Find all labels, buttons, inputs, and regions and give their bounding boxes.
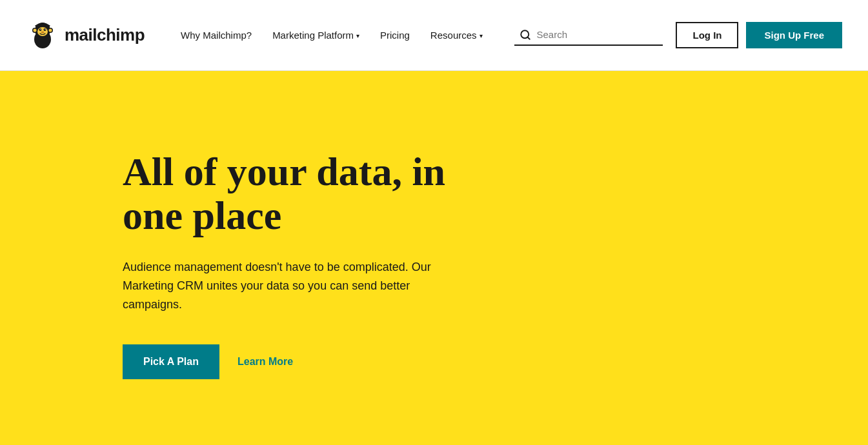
- nav-links: Why Mailchimp? Marketing Platform ▾ Pric…: [170, 23, 514, 47]
- learn-more-link[interactable]: Learn More: [237, 356, 293, 368]
- login-button[interactable]: Log In: [676, 22, 738, 48]
- nav-why-mailchimp[interactable]: Why Mailchimp?: [170, 23, 262, 47]
- chevron-down-icon: ▾: [356, 32, 359, 39]
- search-icon: [520, 29, 531, 41]
- svg-point-3: [39, 28, 42, 31]
- search-input[interactable]: [536, 29, 658, 40]
- hero-actions: Pick A Plan Learn More: [123, 344, 868, 379]
- svg-point-4: [44, 28, 46, 31]
- logo-icon: [26, 19, 59, 52]
- svg-line-13: [528, 37, 530, 39]
- hero-section: All of your data, in one place Audience …: [0, 71, 868, 445]
- svg-point-10: [34, 28, 37, 32]
- signup-button[interactable]: Sign Up Free: [746, 22, 842, 48]
- logo-link[interactable]: mailchimp: [26, 19, 145, 52]
- svg-point-7: [41, 31, 45, 33]
- hero-description: Audience management doesn't have to be c…: [123, 258, 432, 313]
- nav-actions: Log In Sign Up Free: [676, 22, 842, 48]
- svg-point-5: [40, 28, 41, 29]
- logo-wordmark: mailchimp: [65, 25, 145, 45]
- chevron-down-icon-resources: ▾: [479, 32, 483, 39]
- nav-marketing-platform[interactable]: Marketing Platform ▾: [262, 23, 370, 47]
- svg-point-6: [45, 28, 45, 29]
- nav-resources[interactable]: Resources ▾: [420, 23, 493, 47]
- pick-plan-button[interactable]: Pick A Plan: [123, 344, 219, 379]
- hero-title: All of your data, in one place: [123, 150, 458, 237]
- svg-point-11: [49, 28, 52, 32]
- navbar: mailchimp Why Mailchimp? Marketing Platf…: [0, 0, 868, 71]
- search-area: [514, 25, 663, 46]
- nav-pricing[interactable]: Pricing: [370, 23, 420, 47]
